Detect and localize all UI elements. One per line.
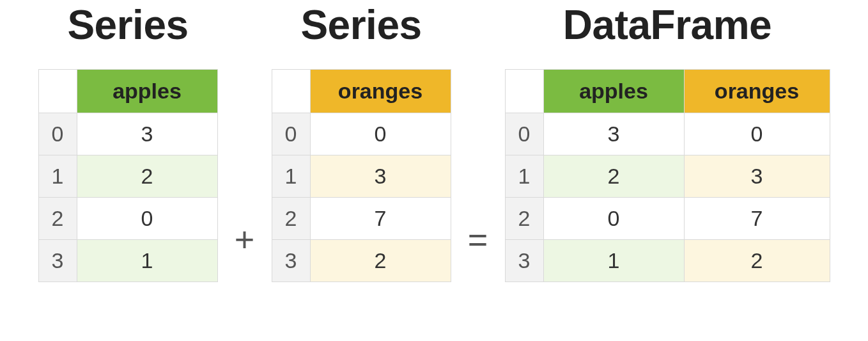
row-index: 2 <box>505 198 543 240</box>
series-b-title: Series <box>300 3 421 47</box>
table-row: 3 2 <box>272 240 451 282</box>
table-row: 3 1 <box>38 240 217 282</box>
cell-value: 3 <box>543 113 684 155</box>
dataframe-title: DataFrame <box>563 3 771 47</box>
cell-value: 2 <box>543 155 684 198</box>
table-row: 3 1 2 <box>505 240 830 282</box>
table-row: 2 7 <box>272 198 451 240</box>
dataframe-panel: DataFrame apples oranges 0 3 0 1 2 3 2 0… <box>505 3 830 282</box>
cell-value: 1 <box>77 240 217 282</box>
series-a-corner <box>38 70 77 113</box>
diagram-root: Series apples 0 3 1 2 2 0 3 1 + <box>0 0 868 341</box>
table-row: 1 2 <box>38 155 217 198</box>
table-row: 0 0 <box>272 113 451 155</box>
cell-value: 0 <box>310 113 451 155</box>
table-row: 2 0 7 <box>505 198 830 240</box>
row-index: 1 <box>505 155 543 198</box>
table-row: 1 3 <box>272 155 451 198</box>
row-index: 0 <box>38 113 77 155</box>
table-row: 0 3 0 <box>505 113 830 155</box>
dataframe-table: apples oranges 0 3 0 1 2 3 2 0 7 3 1 2 <box>505 69 830 282</box>
series-b-panel: Series oranges 0 0 1 3 2 7 3 2 <box>272 3 451 282</box>
row-index: 1 <box>272 155 310 198</box>
cell-value: 7 <box>684 198 830 240</box>
row-index: 2 <box>38 198 77 240</box>
cell-value: 7 <box>310 198 451 240</box>
cell-value: 0 <box>77 198 217 240</box>
row-index: 0 <box>505 113 543 155</box>
cell-value: 2 <box>77 155 217 198</box>
cell-value: 0 <box>684 113 830 155</box>
dataframe-col-header-oranges: oranges <box>684 70 830 113</box>
table-row: 2 0 <box>38 198 217 240</box>
row-index: 3 <box>272 240 310 282</box>
dataframe-corner <box>505 70 543 113</box>
cell-value: 3 <box>310 155 451 198</box>
row-index: 0 <box>272 113 310 155</box>
equals-operator: = <box>463 219 493 259</box>
cell-value: 3 <box>684 155 830 198</box>
row-index: 3 <box>38 240 77 282</box>
plus-operator: + <box>229 219 260 259</box>
row-index: 1 <box>38 155 77 198</box>
row-index: 3 <box>505 240 543 282</box>
series-a-panel: Series apples 0 3 1 2 2 0 3 1 <box>38 3 218 282</box>
series-a-col-header: apples <box>77 70 217 113</box>
series-a-table: apples 0 3 1 2 2 0 3 1 <box>38 69 218 282</box>
cell-value: 1 <box>543 240 684 282</box>
cell-value: 2 <box>684 240 830 282</box>
cell-value: 2 <box>310 240 451 282</box>
cell-value: 0 <box>543 198 684 240</box>
dataframe-col-header-apples: apples <box>543 70 684 113</box>
table-row: 0 3 <box>38 113 217 155</box>
cell-value: 3 <box>77 113 217 155</box>
series-b-col-header: oranges <box>310 70 451 113</box>
table-row: 1 2 3 <box>505 155 830 198</box>
series-b-corner <box>272 70 310 113</box>
series-b-table: oranges 0 0 1 3 2 7 3 2 <box>272 69 451 282</box>
row-index: 2 <box>272 198 310 240</box>
series-a-title: Series <box>67 3 188 47</box>
